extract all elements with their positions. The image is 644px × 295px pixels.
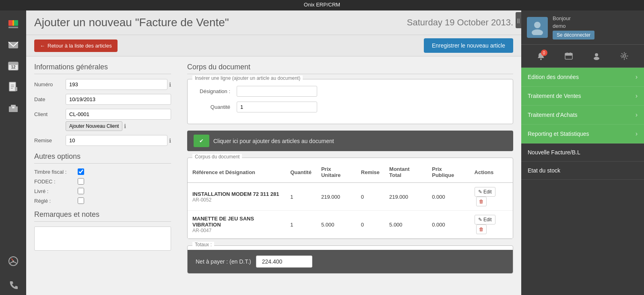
autres-options-title: Autres options [34,152,171,164]
product-name: INSTALLATION MODEM 72 311 281 [192,191,281,197]
timbre-fiscal-label: Timbre fiscal : [34,169,74,175]
remise-info-icon[interactable]: ℹ [169,137,171,144]
settings-icon-btn[interactable] [617,49,632,63]
toolbar: ← Retour à la liste des articles Enregis… [26,35,521,56]
logout-button[interactable]: Se déconnecter [553,31,594,39]
icon-bar-doc[interactable] [4,77,23,97]
add-article-text: Cliquer ici pour ajouter des articles au… [213,138,334,144]
cell-prix-publique: 0.000 [427,183,469,211]
app-title: Onix ERP/CRM [304,2,340,8]
back-button[interactable]: ← Retour à la liste des articles [34,39,118,52]
right-sidebar: || Bonjour demo Se déconnecter [521,10,644,295]
fodec-label: FODEC : [34,179,74,185]
svg-point-26 [595,53,598,56]
client-info-icon[interactable]: ℹ [124,123,126,129]
svg-rect-12 [15,87,17,91]
cell-quantite: 1 [285,183,316,211]
corpus-table-box: Corpus du document Référence et Désignat… [187,158,513,239]
livre-label: Livré : [34,188,74,194]
date-input[interactable] [66,94,171,105]
remarques-section: Remarques et notes [34,210,171,252]
numero-info-icon[interactable]: ℹ [169,81,171,88]
save-button[interactable]: Enregistrer le nouveau article [424,38,513,53]
svg-rect-1 [14,20,18,26]
cell-remise: 0 [356,211,384,239]
numero-group: Numéro ℹ [34,79,171,90]
client-input[interactable] [66,109,171,120]
page-header: Ajouter un nouveau "Facture de Vente" Sa… [26,10,521,35]
svg-rect-0 [8,20,12,26]
designation-label: Désignation : [194,88,230,94]
svg-rect-6 [8,62,18,65]
table-row: INSTALLATION MODEM 72 311 281 AR-0052 1 … [188,183,513,211]
delete-button[interactable]: 🗑 [476,224,487,234]
quantite-input[interactable] [237,102,317,112]
client-group: Client Ajouter Nouveau Client ℹ [34,109,171,131]
delete-button[interactable]: 🗑 [476,197,487,206]
icon-bar-mail[interactable] [4,35,23,55]
add-article-button[interactable]: ✔ [194,135,209,147]
svg-text:12: 12 [11,65,16,69]
svg-point-19 [534,22,541,28]
icon-bar-phone[interactable] [4,276,23,295]
edit-button[interactable]: ✎ Edit [475,187,495,197]
cell-product: INSTALLATION MODEM 72 311 281 AR-0052 [188,183,285,211]
edit-button[interactable]: ✎ Edit [475,215,495,224]
avatar [527,17,548,38]
sidebar-item-edition[interactable]: Edition des données › [521,68,644,87]
numero-input[interactable] [66,79,167,90]
user-info-section: Bonjour demo Se déconnecter [521,10,644,45]
svg-point-28 [623,55,625,57]
sidebar-item-facture[interactable]: Nouvelle Facture/B.L [521,143,644,162]
sidebar-collapse[interactable]: || [516,12,521,28]
table-row: MANETTE DE JEU SANS VIBRATION AR-0047 1 … [188,211,513,239]
insert-line-box: Insérer une ligne (ajouter un article au… [187,79,513,124]
date-group: Date [34,94,171,105]
notification-icon-btn[interactable]: 0 [534,49,548,63]
sidebar-menu: Edition des données › Traitement de Vent… [521,68,644,295]
numero-label: Numéro [34,79,62,87]
regle-label: Réglé : [34,198,74,204]
sidebar-item-stock[interactable]: Etat du stock [521,162,644,180]
checkmark-icon: ✔ [199,138,204,144]
quantite-label: Quantité [194,104,230,110]
totaux-box: Totaux : Net à payer : (en D.T.) 224.400 [187,245,513,274]
remarques-textarea[interactable] [34,226,171,251]
svg-point-27 [594,57,599,60]
corpus-table-title: Corpus du document [192,154,242,160]
add-client-button[interactable]: Ajouter Nouveau Client [66,121,122,131]
icon-bar-box[interactable] [4,98,23,118]
notification-badge: 0 [541,50,547,56]
timbre-fiscal-checkbox[interactable] [78,168,84,175]
icon-bar-calendar[interactable]: 12 [4,56,23,76]
chevron-right-icon-4: › [636,130,638,137]
sidebar-item-achats[interactable]: Traitement d'Achats › [521,106,644,125]
regle-checkbox[interactable] [78,197,84,204]
chevron-right-icon-2: › [636,92,638,100]
designation-input[interactable] [237,86,317,97]
col-quantite: Quantité [285,162,316,183]
icon-bar-map[interactable] [4,15,23,34]
chevron-right-icon-3: › [636,111,638,118]
cell-montant-total: 219.000 [384,183,427,211]
sidebar-item-reporting[interactable]: Reporting et Statistiques › [521,125,644,143]
svg-rect-9 [11,85,14,85]
icon-bar-gauge[interactable] [4,251,23,270]
product-ref: AR-0052 [192,197,281,203]
fodec-checkbox[interactable] [78,178,84,185]
remise-input[interactable] [66,135,167,146]
calendar-icon-btn[interactable] [561,49,576,63]
livre-checkbox[interactable] [78,188,84,194]
col-remise: Remise [356,162,384,183]
user-icon-btn[interactable] [589,49,604,63]
net-a-payer-value: 224.400 [256,256,312,268]
right-panel: Corps du document Insérer une ligne (ajo… [179,56,521,295]
cell-quantite: 1 [285,211,316,239]
chevron-right-icon: › [636,73,638,81]
username-text: demo [553,23,594,29]
sidebar-item-ventes[interactable]: Traitement de Ventes › [521,87,644,106]
icon-bar: 12 [0,10,26,295]
fodec-group: FODEC : [34,178,171,185]
svg-rect-10 [11,86,14,87]
date-label: Date [34,94,62,102]
